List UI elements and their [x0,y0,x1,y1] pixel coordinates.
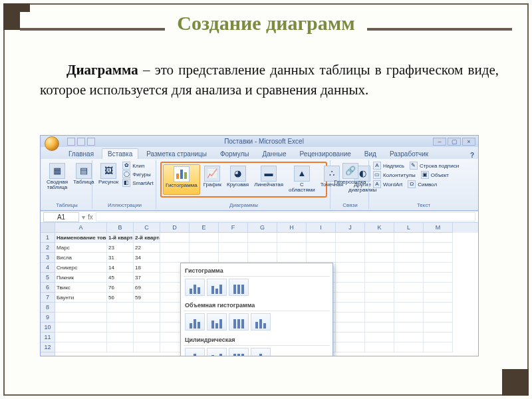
cell[interactable] [248,253,277,263]
btn-picture[interactable]: 🖼 Рисунок [96,162,120,187]
tab-insert[interactable]: Вставка [102,148,138,159]
tab-home[interactable]: Главная [63,149,99,159]
cell[interactable] [55,342,107,352]
column-header[interactable]: L [394,223,424,233]
cell[interactable] [55,332,107,342]
cell[interactable]: 59 [134,293,160,303]
cell[interactable] [277,253,307,263]
cell[interactable] [365,243,394,253]
cell[interactable] [336,273,365,283]
spreadsheet-grid[interactable]: 123456789101112 ABCDEFGHIJKLM Наименован… [41,223,478,356]
btn-header-footer[interactable]: ▭Колонтитулы [373,171,416,179]
cell[interactable]: 34 [134,253,160,263]
cell[interactable] [190,243,219,253]
cell[interactable]: 37 [134,273,160,283]
cell[interactable] [424,313,453,323]
cell[interactable] [336,303,365,313]
minimize-button[interactable]: – [433,138,446,146]
cell[interactable] [336,323,365,332]
btn-pie-chart[interactable]: ◕Круговая [225,164,251,195]
cell[interactable] [248,243,277,253]
cell[interactable]: Наименование товара [55,233,107,243]
column-header[interactable]: J [336,223,365,233]
cell[interactable] [55,313,107,323]
btn-textbox[interactable]: AНадпись [373,162,404,170]
cell[interactable]: 14 [107,263,134,273]
cell[interactable]: 18 [134,263,160,273]
cell[interactable] [365,273,394,283]
cell[interactable] [219,243,248,253]
help-icon[interactable]: ? [470,152,478,159]
column-header[interactable]: C [134,223,160,233]
column-header[interactable]: F [219,223,248,233]
cell[interactable] [394,293,424,303]
tab-data[interactable]: Данные [257,149,291,159]
btn-bar-chart[interactable]: ▬Линейчатая [252,164,285,195]
cell[interactable] [336,332,365,342]
cell[interactable] [365,323,394,332]
cell[interactable] [365,332,394,342]
office-button[interactable] [45,136,59,151]
cell[interactable]: Баунти [55,293,107,303]
btn-object[interactable]: ▣Объект [421,171,449,179]
cell[interactable] [424,293,453,303]
cell[interactable] [424,273,453,283]
btn-symbol[interactable]: ΩСимвол [408,180,437,188]
cell[interactable] [394,332,424,342]
column-header[interactable]: G [248,223,277,233]
chart-option[interactable] [185,279,205,296]
chart-option[interactable] [185,348,205,356]
cell[interactable] [248,233,277,243]
chart-option[interactable] [229,348,249,356]
column-header[interactable]: B [107,223,134,233]
cell[interactable] [394,283,424,293]
btn-hyperlink[interactable]: 🔗 Гиперссылка [334,162,366,186]
cell[interactable] [336,313,365,323]
cell[interactable] [134,342,160,352]
cell[interactable] [160,243,190,253]
cell[interactable] [134,303,160,313]
cell[interactable] [424,323,453,332]
btn-signature[interactable]: ✎Строка подписи [410,162,459,170]
cell[interactable] [307,253,336,263]
cell[interactable] [219,233,248,243]
chart-option[interactable] [229,313,249,331]
cell[interactable] [219,253,248,263]
quick-access-toolbar[interactable] [67,138,95,146]
maximize-button[interactable]: ▢ [448,138,461,146]
cell[interactable]: 22 [134,243,160,253]
cell[interactable] [134,332,160,342]
cell[interactable]: 76 [107,283,134,293]
cell[interactable]: Сникерс [55,263,107,273]
cell[interactable] [394,323,424,332]
cell[interactable] [336,243,365,253]
btn-column-chart[interactable]: Гистограмма [163,164,200,195]
cell[interactable] [365,253,394,263]
btn-wordart[interactable]: AWordArt [373,180,402,188]
cell[interactable] [365,342,394,352]
cell[interactable] [424,263,453,273]
cell[interactable] [394,233,424,243]
btn-smartart[interactable]: ◧SmartArt [122,179,154,187]
chart-option[interactable] [229,279,249,296]
cell[interactable] [277,233,307,243]
cell[interactable] [307,233,336,243]
cell[interactable]: Твикс [55,283,107,293]
cell[interactable] [107,303,134,313]
column-header[interactable]: D [160,223,190,233]
tab-page-layout[interactable]: Разметка страницы [141,149,212,159]
cell[interactable]: 1-й квартал [107,233,134,243]
tab-view[interactable]: Вид [359,149,382,159]
cell[interactable] [160,233,190,243]
cell[interactable] [107,313,134,323]
cell[interactable] [190,233,219,243]
cell[interactable] [107,342,134,352]
btn-line-chart[interactable]: 📈График [201,164,223,195]
cell[interactable] [424,342,453,352]
cell[interactable] [365,293,394,303]
cell[interactable] [365,263,394,273]
cell[interactable] [424,253,453,263]
cell[interactable] [394,263,424,273]
cell[interactable]: 23 [107,243,134,253]
chart-option[interactable] [207,313,227,331]
